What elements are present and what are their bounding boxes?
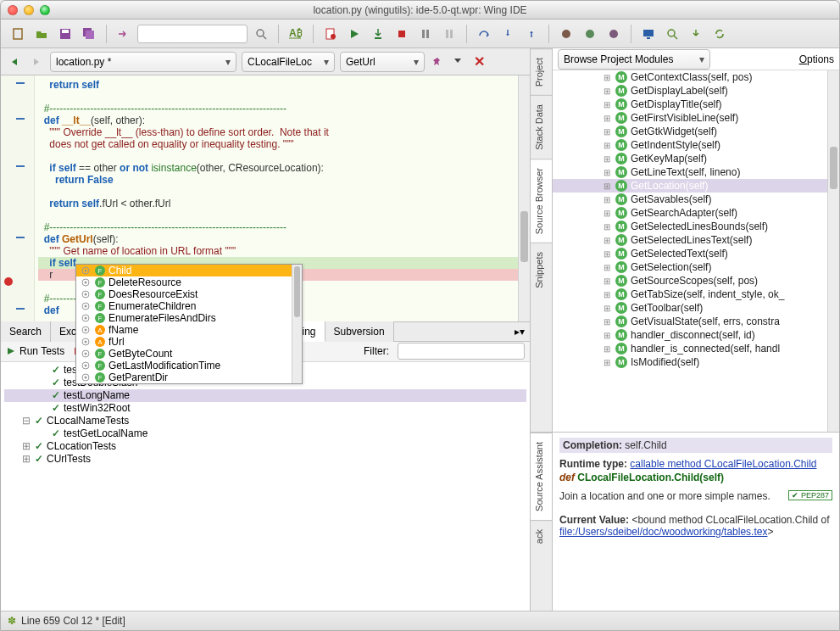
tabs-overflow-icon[interactable]: ▸▾	[515, 326, 525, 338]
file-selector[interactable]: location.py *▾	[50, 52, 236, 72]
open-file-icon[interactable]	[31, 24, 52, 44]
step-out-icon[interactable]	[521, 24, 542, 44]
stop-icon[interactable]	[392, 24, 412, 44]
browser-item[interactable]: ⊞MGetSavables(self)	[553, 193, 827, 206]
test-tree-item[interactable]: ✓testGetLocalName	[4, 427, 526, 440]
autocomplete-item[interactable]: FGetLastModificationTime	[76, 360, 302, 371]
goto-icon[interactable]	[114, 24, 134, 44]
browser-item[interactable]: ⊞MGetLineText(self, lineno)	[553, 165, 827, 179]
run-icon[interactable]	[344, 24, 364, 44]
step-over-icon[interactable]	[474, 24, 494, 44]
scope-selector[interactable]: CLocalFileLoc▾	[242, 52, 335, 72]
toolbar-search-input[interactable]	[137, 25, 248, 43]
autocomplete-item[interactable]: FDoesResourceExist	[76, 288, 302, 300]
pin-icon[interactable]	[430, 54, 445, 70]
browser-item[interactable]: ⊞MGetLocation(self)	[553, 179, 827, 193]
expand-icon[interactable]: ⊞	[21, 453, 31, 465]
vtab-project[interactable]: Project	[531, 48, 552, 95]
browser-item[interactable]: ⊞MGetDisplayLabel(self)	[553, 84, 827, 98]
bottom-tab-subversion[interactable]: Subversion	[325, 321, 394, 342]
search-icon[interactable]	[251, 24, 271, 44]
filter-input[interactable]	[398, 343, 525, 360]
browser-scrollbar[interactable]	[827, 70, 839, 432]
bp-del-icon[interactable]	[604, 24, 624, 44]
expand-icon[interactable]: ⊞	[602, 222, 612, 232]
browser-item[interactable]: ⊞MGetToolbar(self)	[553, 301, 827, 315]
autocomplete-item[interactable]: FEnumerateFilesAndDirs	[76, 312, 302, 324]
autocomplete-scrollbar[interactable]	[292, 265, 302, 383]
browser-item[interactable]: ⊞MGetTabSize(self, indent_style, ok_	[553, 288, 827, 301]
browser-item[interactable]: ⊞Mhandler_is_connected(self, handl	[553, 342, 827, 355]
save-all-icon[interactable]	[79, 24, 99, 44]
browser-item[interactable]: ⊞MGetSelectedLinesBounds(self)	[553, 220, 827, 233]
pause-icon[interactable]	[415, 24, 436, 44]
browser-item[interactable]: ⊞MGetContextClass(self, pos)	[553, 70, 827, 84]
bp-add-icon[interactable]	[556, 24, 576, 44]
browser-item[interactable]: ⊞MGetFirstVisibleLine(self)	[553, 111, 827, 125]
expand-icon[interactable]: ⊞	[602, 358, 612, 367]
browser-tree[interactable]: ⊞MGetContextClass(self, pos)⊞MGetDisplay…	[553, 70, 827, 432]
browser-item[interactable]: ⊞MGetSelectedLinesText(self)	[553, 233, 827, 247]
vtab-source-browser[interactable]: Source Browser	[531, 159, 552, 243]
expand-icon[interactable]: ⊞	[602, 181, 612, 191]
autocomplete-item[interactable]: FEnumerateChildren	[76, 300, 302, 312]
browse-mode-selector[interactable]: Browse Project Modules▾	[558, 49, 710, 70]
expand-icon[interactable]: ⊞	[602, 195, 612, 204]
nav-back-icon[interactable]	[6, 53, 23, 70]
test-tree[interactable]: ✓testDotParts✓testDoubleSlash✓testLongNa…	[1, 362, 530, 611]
test-tree-item[interactable]: ✓testLongName	[4, 389, 526, 402]
expand-icon[interactable]: ⊞	[602, 290, 612, 299]
expand-icon[interactable]: ⊞	[602, 317, 612, 327]
symbol-selector[interactable]: GetUrl▾	[340, 52, 425, 72]
expand-icon[interactable]: ⊞	[21, 440, 31, 452]
vtab-source-assistant[interactable]: Source Assistant	[531, 433, 552, 520]
test-tree-item[interactable]: ⊟✓CLocalNameTests	[4, 415, 526, 427]
vtab-ack[interactable]: ack	[531, 520, 552, 552]
zoom-window-button[interactable]	[40, 5, 50, 15]
expand-icon[interactable]: ⊞	[602, 100, 612, 109]
reformat-icon[interactable]: A₿	[286, 24, 306, 44]
refresh-icon[interactable]	[709, 24, 730, 44]
find-icon[interactable]	[662, 24, 682, 44]
expand-icon[interactable]: ⊞	[602, 87, 612, 96]
expand-icon[interactable]: ⊞	[602, 249, 612, 259]
save-icon[interactable]	[55, 24, 75, 44]
expand-icon[interactable]: ⊞	[602, 154, 612, 164]
bookmark-drop-icon[interactable]	[450, 54, 465, 70]
browser-item[interactable]: ⊞MGetGtkWidget(self)	[553, 125, 827, 138]
close-file-icon[interactable]: ✕	[474, 53, 485, 70]
browser-item[interactable]: ⊞MGetSearchAdapter(self)	[553, 206, 827, 220]
step-in2-icon[interactable]	[498, 24, 518, 44]
minimize-window-button[interactable]	[24, 5, 34, 15]
expand-icon[interactable]: ⊞	[602, 141, 612, 150]
browser-item[interactable]: ⊞Mhandler_disconnect(self, id)	[553, 328, 827, 342]
browser-item[interactable]: ⊞MGetKeyMap(self)	[553, 152, 827, 165]
bp-toggle-icon[interactable]	[580, 24, 600, 44]
autocomplete-popup[interactable]: FChildFDeleteResourceFDoesResourceExistF…	[75, 264, 303, 384]
runtime-type-link[interactable]: callable method CLocalFileLocation.Child	[630, 458, 816, 470]
test-tree-item[interactable]: ✓testWin32Root	[4, 402, 526, 415]
browser-item[interactable]: ⊞MIsModified(self)	[553, 355, 827, 369]
expand-icon[interactable]: ⊞	[602, 127, 612, 137]
new-file-icon[interactable]	[8, 24, 28, 44]
autocomplete-item[interactable]: FDeleteResource	[76, 276, 302, 288]
test-tree-item[interactable]: ⊞✓CUrlTests	[4, 453, 526, 466]
expand-icon[interactable]: ⊞	[602, 304, 612, 313]
monitor-icon[interactable]	[638, 24, 659, 44]
pause2-icon[interactable]	[439, 24, 459, 44]
expand-icon[interactable]: ⊞	[602, 236, 612, 245]
autocomplete-item[interactable]: FGetByteCount	[76, 348, 302, 360]
autocomplete-item[interactable]: AfName	[76, 324, 302, 336]
expand-icon[interactable]: ⊞	[602, 344, 612, 354]
expand-icon[interactable]: ⊞	[602, 73, 612, 82]
nav-forward-icon[interactable]	[28, 53, 45, 70]
vtab-stack-data[interactable]: Stack Data	[531, 95, 552, 159]
browser-item[interactable]: ⊞MGetSourceScopes(self, pos)	[553, 274, 827, 288]
autocomplete-item[interactable]: AfUrl	[76, 336, 302, 348]
expand-icon[interactable]: ⊞	[602, 331, 612, 340]
step-into-icon[interactable]	[368, 24, 388, 44]
expand-icon[interactable]: ⊟	[21, 415, 31, 427]
autocomplete-item[interactable]: FChild	[76, 265, 302, 276]
expand-icon[interactable]: ⊞	[602, 114, 612, 123]
close-window-button[interactable]	[8, 5, 18, 15]
